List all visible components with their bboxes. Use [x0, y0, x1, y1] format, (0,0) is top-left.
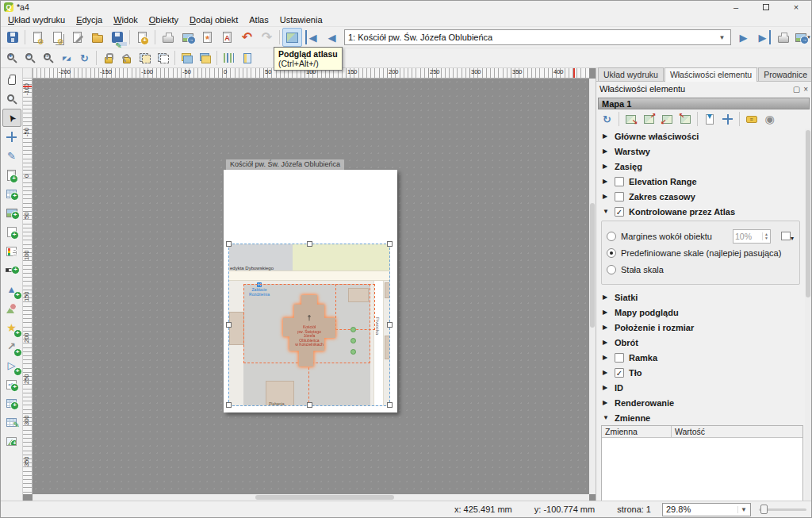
chevron-right-icon[interactable]: ▶	[603, 193, 610, 200]
section-zasięg[interactable]: ▶Zasięg	[596, 159, 805, 174]
checkbox-checked[interactable]: ✓	[615, 368, 624, 378]
section-renderowanie[interactable]: ▶Renderowanie	[596, 395, 805, 410]
layout-canvas[interactable]: Kościół pw. Św. Józefa Oblubieńca edykta…	[33, 79, 589, 494]
chevron-right-icon[interactable]: ▶	[603, 178, 610, 185]
zoom-in-button[interactable]	[2, 49, 21, 67]
view-map-scale-in-canvas-button[interactable]	[676, 110, 695, 128]
minimize-button[interactable]: –	[721, 1, 751, 13]
previous-feature-button[interactable]: ◀	[322, 28, 342, 47]
selection-handle[interactable]	[387, 402, 393, 408]
zoom-level-combo[interactable]: 29.8% ▼	[662, 503, 751, 516]
checkbox-checked[interactable]: ✓	[615, 207, 624, 217]
layout-manager-button[interactable]	[67, 28, 87, 47]
data-defined-override-button[interactable]	[779, 230, 793, 243]
bookmark-extent-button[interactable]	[700, 110, 718, 128]
chevron-right-icon[interactable]: ▶	[603, 132, 610, 140]
add-fixed-table-tool[interactable]	[2, 413, 21, 432]
set-map-extent-to-canvas-button[interactable]	[622, 110, 640, 128]
chevron-right-icon[interactable]: ▶	[603, 324, 610, 331]
chevron-right-icon[interactable]: ▶	[603, 354, 610, 361]
chevron-down-icon[interactable]: ▼	[717, 34, 727, 41]
scrollbar-thumb[interactable]	[806, 130, 810, 297]
export-pdf-button[interactable]	[217, 28, 237, 47]
scrollbar-thumb[interactable]	[255, 495, 395, 500]
slider-thumb[interactable]	[760, 505, 768, 514]
add-arrow-tool[interactable]: ↗	[2, 337, 21, 355]
save-as-template-button[interactable]	[107, 28, 127, 47]
select-move-item-tool[interactable]: ➤	[2, 109, 21, 127]
tab-układ-wydruku[interactable]: Układ wydruku	[598, 67, 664, 81]
chevron-right-icon[interactable]: ▶	[603, 369, 610, 376]
add-3d-map-tool[interactable]	[2, 185, 21, 203]
chevron-right-icon[interactable]: ▶	[603, 294, 610, 301]
pan-layout-tool[interactable]	[2, 71, 21, 89]
add-elevation-profile-tool[interactable]	[2, 432, 21, 451]
zoom-full-button[interactable]: ◤◢	[57, 49, 75, 67]
export-svg-button[interactable]	[197, 28, 217, 47]
redo-button[interactable]: ↷	[257, 28, 277, 47]
scrollbar-thumb[interactable]	[590, 203, 595, 328]
add-attribute-table-tool[interactable]	[2, 394, 21, 412]
chevron-down-icon[interactable]: ▼	[603, 414, 610, 421]
first-feature-button[interactable]: ◀	[302, 28, 322, 47]
refresh-view-button[interactable]: ↻	[75, 49, 94, 67]
menu-układ-wydruku[interactable]: Układ wydruku	[2, 14, 71, 25]
raise-items-button[interactable]	[178, 49, 196, 67]
close-button[interactable]: ×	[781, 1, 811, 13]
menu-edycja[interactable]: Edycja	[71, 14, 108, 25]
print-layout-button[interactable]	[158, 28, 178, 47]
radio-selected[interactable]	[607, 248, 616, 258]
ungroup-items-button[interactable]	[154, 49, 172, 67]
add-node-item-tool[interactable]: ▷	[2, 356, 21, 374]
add-marker-tool[interactable]: ★	[2, 318, 21, 336]
atlas-feature-combo[interactable]: 1: Kościół pw. Św. Józefa Oblubieńca▼	[344, 29, 731, 45]
menu-dodaj-obiekt[interactable]: Dodaj obiekt	[184, 14, 243, 25]
add-html-tool[interactable]: </>	[2, 375, 21, 393]
menu-widok[interactable]: Widok	[108, 14, 144, 25]
interactively-edit-map-extent-button[interactable]	[718, 110, 737, 128]
add-scalebar-tool[interactable]	[2, 261, 21, 279]
group-items-button[interactable]	[136, 49, 154, 67]
checkbox-unchecked[interactable]	[615, 177, 624, 186]
add-label-tool[interactable]	[2, 223, 21, 241]
map-item[interactable]: edykta Dybowskiego Piwocka H Zabłocie Ro…	[228, 244, 390, 406]
undo-button[interactable]: ↶	[237, 28, 257, 47]
add-pages-button[interactable]	[132, 28, 152, 47]
selection-handle[interactable]	[387, 241, 393, 247]
radio-unselected[interactable]	[607, 232, 616, 241]
chevron-down-icon[interactable]: ▼	[603, 208, 610, 215]
chevron-right-icon[interactable]: ▶	[603, 163, 610, 170]
atlas-option-margines-wokół-obiektu[interactable]: Margines wokół obiektu10%▲▼	[607, 228, 793, 244]
selection-handle[interactable]	[307, 241, 312, 247]
atlas-option-stała-skala[interactable]: Stała skala	[607, 261, 793, 278]
next-feature-button[interactable]: ▶	[733, 28, 753, 47]
section-elevation-range[interactable]: ▶Elevation Range	[596, 174, 805, 189]
align-items-button[interactable]	[220, 49, 238, 67]
section-kontrolowane-przez-atlas[interactable]: ▼✓Kontrolowane przez Atlas	[596, 204, 805, 219]
selection-handle[interactable]	[226, 402, 232, 408]
tab-prowadnice[interactable]: Prowadnice	[758, 67, 812, 81]
checkbox-unchecked[interactable]	[615, 353, 624, 363]
tab-właściwości-elementu[interactable]: Właściwości elementu	[665, 67, 757, 82]
atlas-option-predefiniowane-skale-najlepiej-pasująca-[interactable]: Predefiniowane skale (najlepiej pasująca…	[607, 244, 793, 261]
panel-scrollbar[interactable]	[805, 129, 811, 501]
print-atlas-button[interactable]	[773, 28, 793, 47]
zoom-out-button[interactable]	[21, 49, 39, 67]
layout-page[interactable]: edykta Dybowskiego Piwocka H Zabłocie Ro…	[224, 170, 397, 412]
refresh-map-preview-button[interactable]: ↻	[598, 110, 616, 128]
edit-nodes-item-tool[interactable]: ✎	[2, 147, 21, 165]
selection-handle[interactable]	[307, 402, 312, 408]
canvas-horizontal-scrollbar[interactable]	[33, 494, 589, 501]
section-położenie-i-rozmiar[interactable]: ▶Położenie i rozmiar	[596, 320, 805, 335]
selection-handle[interactable]	[226, 241, 232, 247]
move-item-content-tool[interactable]	[2, 128, 21, 146]
selection-handle[interactable]	[226, 322, 232, 328]
last-feature-button[interactable]: ▶	[753, 28, 773, 47]
chevron-right-icon[interactable]: ▶	[603, 384, 610, 391]
chevron-right-icon[interactable]: ▶	[603, 399, 610, 406]
section-obrót[interactable]: ▶Obrót	[596, 335, 805, 350]
section-siatki[interactable]: ▶Siatki	[596, 290, 805, 305]
chevron-right-icon[interactable]: ▶	[603, 148, 610, 155]
menu-atlas[interactable]: Atlas	[243, 14, 274, 25]
open-template-button[interactable]	[87, 28, 107, 47]
